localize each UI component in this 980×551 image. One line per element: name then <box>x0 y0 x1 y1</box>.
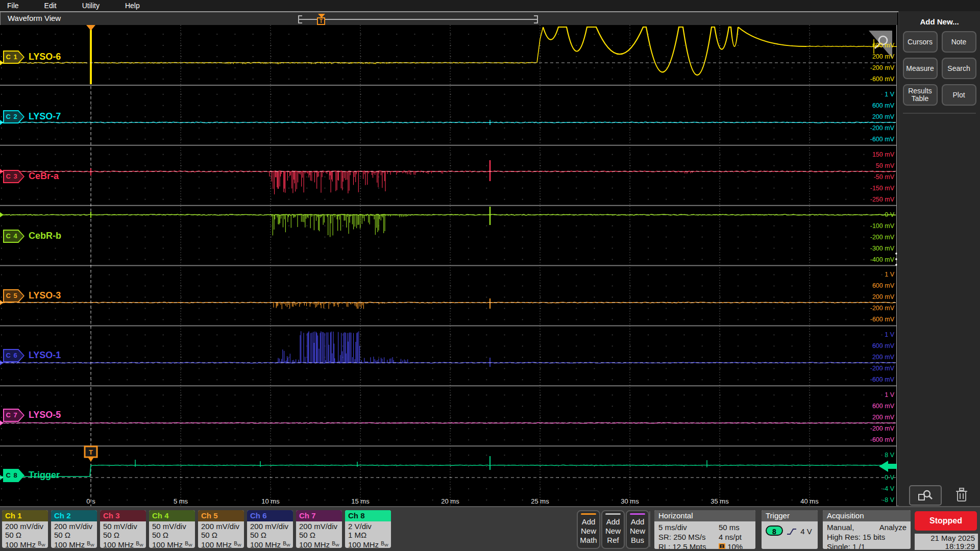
add-new-cursors-button[interactable]: Cursors <box>903 31 938 53</box>
acquisition-mode: Manual, <box>827 522 854 532</box>
svg-text:200 mV: 200 mV <box>872 414 895 421</box>
svg-text:600 mV: 600 mV <box>872 282 895 289</box>
trigger-position-flag[interactable]: T <box>316 14 327 26</box>
bottom-badge-ch8[interactable]: Ch 82 V/div1 MΩ100 MHz BW <box>345 510 391 548</box>
trigger-panel-title: Trigger <box>762 510 818 521</box>
svg-text:1 V: 1 V <box>885 331 894 338</box>
bottom-badge-ch4[interactable]: Ch 450 mV/div50 Ω100 MHz BW <box>149 510 195 548</box>
channel-label-lyso-6: LYSO-6 <box>29 52 61 62</box>
bottom-badge-ch2[interactable]: Ch 2200 mV/div50 Ω100 MHz BW <box>51 510 97 548</box>
svg-text:-200 mV: -200 mV <box>870 365 895 372</box>
channel-badge-c5[interactable]: C 5 <box>3 289 24 303</box>
right-sidebar: Add New... CursorsNoteMeasureSearchResul… <box>898 11 980 506</box>
add-new-plot-button[interactable]: Plot <box>942 84 976 106</box>
acquisition-panel-title: Acquisition <box>823 510 911 521</box>
bottom-badge-ch1[interactable]: Ch 1200 mV/div50 Ω100 MHz BW <box>2 510 48 548</box>
run-state-indicator[interactable]: Stopped <box>915 511 977 531</box>
trigger-source-badge: 8 <box>766 525 783 536</box>
bottom-badge-ch7[interactable]: Ch 7200 mV/div50 Ω100 MHz BW <box>296 510 342 548</box>
bottom-badge-ch3[interactable]: Ch 350 mV/div50 Ω100 MHz BW <box>100 510 146 548</box>
channel-badge-c4[interactable]: C 4 <box>3 230 24 243</box>
svg-text:-4 V: -4 V <box>883 485 895 492</box>
svg-text:1 V: 1 V <box>885 271 894 278</box>
add-new-note-button[interactable]: Note <box>942 31 976 53</box>
svg-text:600 mV: 600 mV <box>872 342 895 349</box>
menu-item-edit[interactable]: Edit <box>37 2 64 10</box>
add-new-math-button[interactable]: AddNewMath <box>577 510 600 549</box>
add-new-results-table-button[interactable]: ResultsTable <box>903 84 938 106</box>
svg-text:-8 V: -8 V <box>883 496 895 504</box>
panel-splitter-handle[interactable] <box>894 253 898 270</box>
channel-label-cebr-b: CebR-b <box>29 231 61 241</box>
trigger-panel[interactable]: Trigger 8 4 V <box>762 510 818 549</box>
svg-text:-600 mV: -600 mV <box>870 76 895 83</box>
svg-text:-200 mV: -200 mV <box>870 124 895 132</box>
add-new-search-button[interactable]: Search <box>942 58 976 79</box>
sample-resolution: 4 ns/pt <box>719 532 742 542</box>
svg-text:20 ms: 20 ms <box>441 497 459 505</box>
svg-text:-150 mV: -150 mV <box>870 185 895 192</box>
svg-text:-250 mV: -250 mV <box>870 196 895 203</box>
delete-button[interactable] <box>949 484 974 506</box>
svg-text:-200 mV: -200 mV <box>870 305 895 312</box>
status-bar: Horizontal 5 ms/div50 ms SR: 250 MS/s4 n… <box>0 506 980 551</box>
waveform-view-title: Waveform View <box>8 14 61 22</box>
channel-label-trigger: Trigger <box>29 470 60 481</box>
scope-graticule[interactable]: T600 mV200 mV-200 mV-600 mV1 V600 mV200 … <box>0 25 897 506</box>
horizontal-window: 50 ms <box>719 522 740 532</box>
channel-label-lyso-5: LYSO-5 <box>29 410 61 420</box>
waveform-plot-area[interactable]: T600 mV200 mV-200 mV-600 mV1 V600 mV200 … <box>0 25 897 508</box>
menu-item-utility[interactable]: Utility <box>75 2 107 10</box>
add-new-bus-button[interactable]: AddNewBus <box>626 510 649 549</box>
svg-text:600 mV: 600 mV <box>872 403 895 410</box>
svg-text:-300 mV: -300 mV <box>870 245 895 252</box>
datetime-display: 21 May 2025 18:19:29 <box>915 534 978 550</box>
channel-label-cebr-a: CeBr-a <box>29 171 59 182</box>
channel-badge-c1[interactable]: C 1 <box>3 51 24 64</box>
menu-item-file[interactable]: File <box>0 2 26 10</box>
trigger-position-pct: 10% <box>727 542 743 549</box>
add-new-measure-button[interactable]: Measure <box>903 58 938 79</box>
svg-text:-100 mV: -100 mV <box>870 222 895 230</box>
sample-rate: SR: 250 MS/s <box>658 532 719 542</box>
svg-text:-50 mV: -50 mV <box>874 173 895 181</box>
menu-item-help[interactable]: Help <box>118 2 147 10</box>
channel-badge-c8[interactable]: C 8 <box>3 469 24 482</box>
rising-edge-icon <box>786 528 797 536</box>
add-new-button-grid: CursorsNoteMeasureSearchResultsTablePlot <box>899 31 980 106</box>
oscilloscope-screen: FileEditUtilityHelp Waveform View T T600… <box>0 0 980 551</box>
channel-badge-c2[interactable]: C 2 <box>3 110 24 123</box>
acquisition-panel[interactable]: Acquisition Manual, Analyze High Res: 15… <box>823 510 911 549</box>
horizontal-panel-title: Horizontal <box>654 510 755 521</box>
svg-text:200 mV: 200 mV <box>872 354 895 361</box>
svg-text:0 V: 0 V <box>885 474 894 481</box>
svg-text:150 mV: 150 mV <box>872 151 895 158</box>
svg-text:600 mV: 600 mV <box>872 102 895 109</box>
svg-text:T: T <box>721 545 723 548</box>
horizontal-position-bracket[interactable]: T <box>298 15 538 23</box>
svg-text:0 s: 0 s <box>86 497 95 505</box>
trigger-level-value: 4 V <box>800 527 812 536</box>
svg-text:-600 mV: -600 mV <box>870 136 895 143</box>
channel-label-lyso-1: LYSO-1 <box>29 350 61 361</box>
svg-text:600 mV: 600 mV <box>872 42 895 49</box>
bottom-badge-ch6[interactable]: Ch 6200 mV/div50 Ω100 MHz BW <box>247 510 293 548</box>
bottom-badge-ch5[interactable]: Ch 5200 mV/div50 Ω100 MHz BW <box>198 510 244 548</box>
svg-text:200 mV: 200 mV <box>872 113 895 120</box>
left-bracket <box>298 15 302 23</box>
svg-text:15 ms: 15 ms <box>351 497 370 505</box>
channel-badge-c6[interactable]: C 6 <box>3 349 24 362</box>
waveform-window: Waveform View T T600 mV200 mV-200 mV-600… <box>0 11 898 505</box>
add-new-ref-button[interactable]: AddNewRef <box>601 510 625 549</box>
svg-text:1 V: 1 V <box>885 91 894 98</box>
channel-badge-c7[interactable]: C 7 <box>3 409 24 422</box>
zoom-mode-button[interactable] <box>909 485 942 506</box>
svg-text:-600 mV: -600 mV <box>870 376 895 383</box>
acquisition-highres: High Res: 15 bits <box>827 532 906 542</box>
horizontal-panel[interactable]: Horizontal 5 ms/div50 ms SR: 250 MS/s4 n… <box>654 510 755 549</box>
channel-label-lyso-3: LYSO-3 <box>29 290 61 301</box>
date-text: 21 May 2025 <box>915 534 975 542</box>
record-bar <box>298 19 538 20</box>
svg-text:200 mV: 200 mV <box>872 53 895 60</box>
channel-badge-c3[interactable]: C 3 <box>3 170 24 183</box>
